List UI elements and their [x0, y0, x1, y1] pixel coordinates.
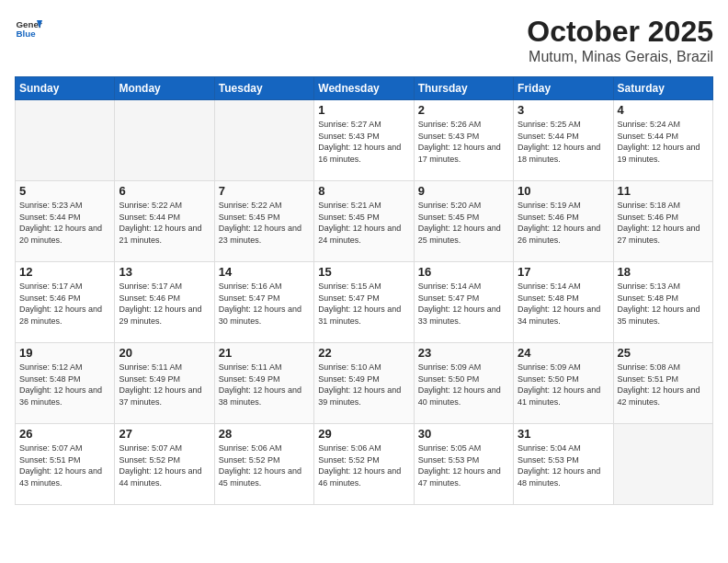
calendar-week-row: 19Sunrise: 5:12 AM Sunset: 5:48 PM Dayli… [16, 343, 713, 424]
calendar-cell: 22Sunrise: 5:10 AM Sunset: 5:49 PM Dayli… [314, 343, 414, 424]
day-number: 14 [219, 265, 310, 279]
day-number: 31 [518, 427, 609, 441]
day-info: Sunrise: 5:25 AM Sunset: 5:44 PM Dayligh… [518, 119, 609, 165]
calendar-cell: 1Sunrise: 5:27 AM Sunset: 5:43 PM Daylig… [314, 100, 414, 181]
calendar-cell: 6Sunrise: 5:22 AM Sunset: 5:44 PM Daylig… [115, 181, 214, 262]
day-info: Sunrise: 5:09 AM Sunset: 5:50 PM Dayligh… [418, 362, 509, 408]
day-number: 2 [418, 103, 509, 117]
day-info: Sunrise: 5:19 AM Sunset: 5:46 PM Dayligh… [518, 200, 609, 246]
calendar-cell: 11Sunrise: 5:18 AM Sunset: 5:46 PM Dayli… [613, 181, 712, 262]
day-number: 7 [219, 184, 310, 198]
day-info: Sunrise: 5:15 AM Sunset: 5:47 PM Dayligh… [318, 281, 409, 327]
calendar-cell: 26Sunrise: 5:07 AM Sunset: 5:51 PM Dayli… [16, 424, 115, 505]
day-number: 4 [618, 103, 709, 117]
day-info: Sunrise: 5:21 AM Sunset: 5:45 PM Dayligh… [318, 200, 409, 246]
day-number: 18 [618, 265, 709, 279]
day-info: Sunrise: 5:10 AM Sunset: 5:49 PM Dayligh… [318, 362, 409, 408]
location: Mutum, Minas Gerais, Brazil [527, 49, 713, 65]
title-block: October 2025 Mutum, Minas Gerais, Brazil [527, 15, 713, 65]
calendar-cell: 24Sunrise: 5:09 AM Sunset: 5:50 PM Dayli… [514, 343, 613, 424]
calendar-cell [214, 100, 313, 181]
calendar-week-row: 12Sunrise: 5:17 AM Sunset: 5:46 PM Dayli… [16, 262, 713, 343]
day-number: 12 [19, 265, 110, 279]
day-info: Sunrise: 5:27 AM Sunset: 5:43 PM Dayligh… [318, 119, 409, 165]
day-info: Sunrise: 5:12 AM Sunset: 5:48 PM Dayligh… [19, 362, 110, 408]
day-number: 24 [518, 346, 609, 360]
day-info: Sunrise: 5:14 AM Sunset: 5:48 PM Dayligh… [518, 281, 609, 327]
day-number: 11 [618, 184, 709, 198]
day-number: 29 [318, 427, 409, 441]
day-info: Sunrise: 5:11 AM Sunset: 5:49 PM Dayligh… [119, 362, 210, 408]
logo: General Blue [15, 15, 44, 42]
day-info: Sunrise: 5:09 AM Sunset: 5:50 PM Dayligh… [518, 362, 609, 408]
day-info: Sunrise: 5:06 AM Sunset: 5:52 PM Dayligh… [219, 442, 310, 488]
calendar-table: SundayMondayTuesdayWednesdayThursdayFrid… [15, 76, 713, 505]
calendar-weekday-friday: Friday [514, 77, 613, 100]
calendar-cell [115, 100, 214, 181]
calendar-cell: 10Sunrise: 5:19 AM Sunset: 5:46 PM Dayli… [514, 181, 613, 262]
page-header: General Blue October 2025 Mutum, Minas G… [15, 15, 713, 65]
page-container: General Blue October 2025 Mutum, Minas G… [0, 0, 728, 563]
calendar-week-row: 26Sunrise: 5:07 AM Sunset: 5:51 PM Dayli… [16, 424, 713, 505]
day-info: Sunrise: 5:23 AM Sunset: 5:44 PM Dayligh… [19, 200, 110, 246]
calendar-cell: 25Sunrise: 5:08 AM Sunset: 5:51 PM Dayli… [613, 343, 712, 424]
day-number: 10 [518, 184, 609, 198]
day-info: Sunrise: 5:16 AM Sunset: 5:47 PM Dayligh… [219, 281, 310, 327]
calendar-cell: 30Sunrise: 5:05 AM Sunset: 5:53 PM Dayli… [414, 424, 513, 505]
day-info: Sunrise: 5:20 AM Sunset: 5:45 PM Dayligh… [418, 200, 509, 246]
calendar-weekday-thursday: Thursday [414, 77, 513, 100]
calendar-cell: 8Sunrise: 5:21 AM Sunset: 5:45 PM Daylig… [314, 181, 414, 262]
day-number: 6 [119, 184, 210, 198]
day-number: 28 [219, 427, 310, 441]
day-number: 15 [318, 265, 409, 279]
day-number: 3 [518, 103, 609, 117]
calendar-cell: 23Sunrise: 5:09 AM Sunset: 5:50 PM Dayli… [414, 343, 513, 424]
day-number: 13 [119, 265, 210, 279]
calendar-weekday-wednesday: Wednesday [314, 77, 414, 100]
day-info: Sunrise: 5:04 AM Sunset: 5:53 PM Dayligh… [518, 442, 609, 488]
day-number: 9 [418, 184, 509, 198]
calendar-week-row: 5Sunrise: 5:23 AM Sunset: 5:44 PM Daylig… [16, 181, 713, 262]
day-number: 25 [618, 346, 709, 360]
day-number: 19 [19, 346, 110, 360]
calendar-cell: 5Sunrise: 5:23 AM Sunset: 5:44 PM Daylig… [16, 181, 115, 262]
day-number: 8 [318, 184, 409, 198]
day-number: 16 [418, 265, 509, 279]
calendar-cell: 31Sunrise: 5:04 AM Sunset: 5:53 PM Dayli… [514, 424, 613, 505]
calendar-cell: 28Sunrise: 5:06 AM Sunset: 5:52 PM Dayli… [214, 424, 313, 505]
calendar-cell: 18Sunrise: 5:13 AM Sunset: 5:48 PM Dayli… [613, 262, 712, 343]
calendar-header-row: SundayMondayTuesdayWednesdayThursdayFrid… [16, 77, 713, 100]
day-number: 1 [318, 103, 409, 117]
day-info: Sunrise: 5:07 AM Sunset: 5:52 PM Dayligh… [119, 442, 210, 488]
calendar-cell: 9Sunrise: 5:20 AM Sunset: 5:45 PM Daylig… [414, 181, 513, 262]
calendar-cell: 27Sunrise: 5:07 AM Sunset: 5:52 PM Dayli… [115, 424, 214, 505]
day-number: 20 [119, 346, 210, 360]
calendar-cell: 29Sunrise: 5:06 AM Sunset: 5:52 PM Dayli… [314, 424, 414, 505]
day-info: Sunrise: 5:11 AM Sunset: 5:49 PM Dayligh… [219, 362, 310, 408]
calendar-cell: 21Sunrise: 5:11 AM Sunset: 5:49 PM Dayli… [214, 343, 313, 424]
calendar-cell: 2Sunrise: 5:26 AM Sunset: 5:43 PM Daylig… [414, 100, 513, 181]
day-number: 23 [418, 346, 509, 360]
day-number: 30 [418, 427, 509, 441]
svg-text:Blue: Blue [17, 29, 37, 39]
calendar-cell: 16Sunrise: 5:14 AM Sunset: 5:47 PM Dayli… [414, 262, 513, 343]
calendar-weekday-monday: Monday [115, 77, 214, 100]
calendar-weekday-saturday: Saturday [613, 77, 712, 100]
calendar-cell: 17Sunrise: 5:14 AM Sunset: 5:48 PM Dayli… [514, 262, 613, 343]
day-info: Sunrise: 5:13 AM Sunset: 5:48 PM Dayligh… [618, 281, 709, 327]
calendar-cell: 15Sunrise: 5:15 AM Sunset: 5:47 PM Dayli… [314, 262, 414, 343]
calendar-cell [16, 100, 115, 181]
calendar-cell: 13Sunrise: 5:17 AM Sunset: 5:46 PM Dayli… [115, 262, 214, 343]
calendar-weekday-sunday: Sunday [16, 77, 115, 100]
day-info: Sunrise: 5:26 AM Sunset: 5:43 PM Dayligh… [418, 119, 509, 165]
day-info: Sunrise: 5:08 AM Sunset: 5:51 PM Dayligh… [618, 362, 709, 408]
day-info: Sunrise: 5:22 AM Sunset: 5:45 PM Dayligh… [219, 200, 310, 246]
calendar-cell [613, 424, 712, 505]
day-info: Sunrise: 5:17 AM Sunset: 5:46 PM Dayligh… [19, 281, 110, 327]
calendar-cell: 7Sunrise: 5:22 AM Sunset: 5:45 PM Daylig… [214, 181, 313, 262]
day-number: 5 [19, 184, 110, 198]
day-number: 17 [518, 265, 609, 279]
day-number: 21 [219, 346, 310, 360]
month-title: October 2025 [527, 15, 713, 49]
day-number: 22 [318, 346, 409, 360]
